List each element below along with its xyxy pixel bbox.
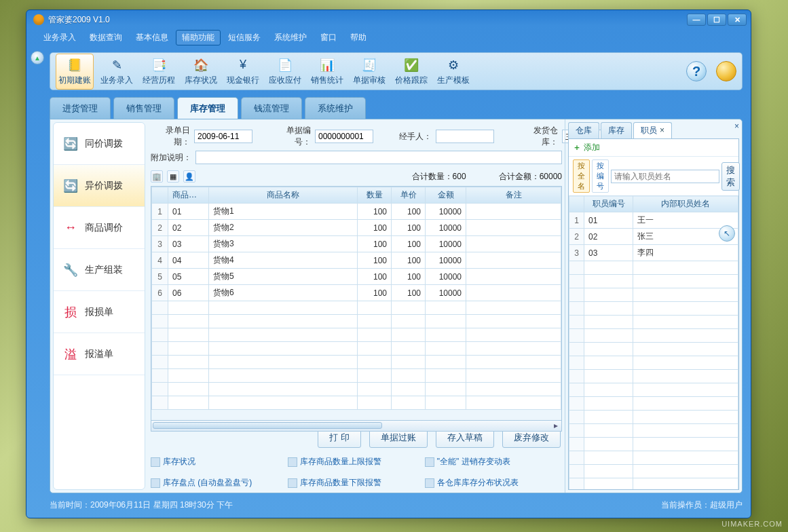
tool-2[interactable]: 📑经营历程 (140, 54, 178, 89)
menu-3[interactable]: 辅助功能 (176, 30, 221, 45)
tool-7[interactable]: 🧾单据审核 (350, 54, 388, 89)
quick-link-1[interactable]: 库存商品数量上限报警 (288, 456, 415, 468)
employee-row[interactable] (569, 370, 738, 383)
tool-6[interactable]: 📊销售统计 (308, 54, 346, 89)
by-code-pill[interactable]: 按编号 (592, 159, 609, 193)
sidebar-item-3[interactable]: 🔧生产组装 (54, 249, 145, 291)
employee-row[interactable] (569, 438, 738, 451)
menu-7[interactable]: 帮助 (344, 30, 373, 45)
tool-9[interactable]: ⚙生产模板 (434, 54, 472, 89)
employee-row[interactable] (569, 343, 738, 356)
quick-link-4[interactable]: 库存商品数量下限报警 (288, 477, 415, 489)
table-row[interactable] (152, 383, 561, 396)
quick-link-0[interactable]: 库存状况 (151, 456, 278, 468)
employee-row[interactable] (569, 288, 738, 302)
employee-search-input[interactable] (611, 170, 719, 183)
menu-2[interactable]: 基本信息 (130, 30, 174, 45)
billno-input[interactable] (315, 130, 373, 143)
employee-row[interactable] (569, 451, 738, 465)
mini-icon-3[interactable]: 👤 (183, 170, 195, 183)
right-tab-2[interactable]: 职员× (633, 122, 672, 138)
table-row[interactable]: 606货物610010010000 (152, 285, 561, 301)
employee-row[interactable] (569, 478, 738, 490)
sidebar-item-4[interactable]: 损报损单 (54, 291, 145, 333)
module-tab-4[interactable]: 系统维护 (305, 97, 366, 119)
mini-icon-2[interactable]: ▦ (167, 170, 179, 183)
menu-1[interactable]: 数据查询 (83, 30, 128, 45)
menu-5[interactable]: 系统维护 (268, 30, 313, 45)
tool-3[interactable]: 🏠库存状况 (182, 54, 220, 89)
menu-6[interactable]: 窗口 (314, 30, 343, 45)
scroll-right-icon[interactable]: ▸ (550, 421, 561, 430)
gold-orb-icon[interactable] (716, 61, 736, 81)
module-tab-2[interactable]: 库存管理 (177, 97, 238, 119)
employee-row[interactable] (569, 424, 738, 438)
employee-row[interactable]: 202张三 (569, 229, 738, 245)
date-input[interactable] (194, 130, 252, 143)
employee-grid-scroll[interactable]: 职员编号内部职员姓名101王一202张三303李四 (569, 195, 738, 489)
mini-icon-1[interactable]: 🏢 (151, 170, 163, 183)
employee-row[interactable] (569, 329, 738, 343)
employee-row[interactable] (569, 383, 738, 397)
search-button[interactable]: 搜索 (721, 162, 740, 191)
remark-input[interactable] (195, 151, 562, 164)
minimize-button[interactable]: — (687, 14, 706, 26)
tab-close-icon[interactable]: × (660, 126, 664, 135)
employee-row[interactable] (569, 397, 738, 411)
module-tab-3[interactable]: 钱流管理 (241, 97, 302, 119)
sidebar-icon-3: 🔧 (63, 263, 78, 278)
by-name-pill[interactable]: 按全名 (573, 159, 590, 193)
employee-row[interactable] (569, 261, 738, 275)
tool-5[interactable]: 📄应收应付 (266, 54, 304, 89)
tool-0[interactable]: 📒初期建账 (56, 54, 94, 90)
tool-8[interactable]: ✅价格跟踪 (392, 54, 430, 89)
horizontal-scrollbar[interactable]: ◂ ▸ (151, 421, 562, 432)
maximize-button[interactable]: ☐ (707, 14, 726, 26)
employee-row[interactable] (569, 302, 738, 316)
employee-row[interactable] (569, 465, 738, 478)
sidebar-item-2[interactable]: ↔商品调价 (54, 207, 145, 249)
right-tab-0[interactable]: 仓库 (568, 122, 599, 138)
employee-row[interactable] (569, 316, 738, 329)
table-row[interactable] (152, 315, 561, 328)
sidebar-item-5[interactable]: 溢报溢单 (54, 333, 145, 375)
table-row[interactable] (152, 369, 561, 383)
close-button[interactable]: ✕ (728, 14, 747, 26)
table-row[interactable]: 303货物310010010000 (152, 236, 561, 252)
table-row[interactable] (152, 301, 561, 315)
quick-link-5[interactable]: 各仓库库存分布状况表 (425, 477, 552, 489)
menu-0[interactable]: 业务录入 (37, 30, 82, 45)
employee-row[interactable]: 303李四 (569, 245, 738, 261)
collapse-toolbar-button[interactable]: ▲ (31, 51, 44, 64)
main-grid-scroll[interactable]: 商品编号商品名称数量单价金额备注101货物110010010000202货物21… (151, 186, 562, 421)
employee-row[interactable] (569, 275, 738, 288)
menu-4[interactable]: 短信服务 (222, 30, 267, 45)
employee-row[interactable]: 101王一 (569, 212, 738, 229)
table-row[interactable]: 101货物110010010000 (152, 204, 561, 220)
add-button[interactable]: ＋ 添加 (569, 139, 738, 157)
table-row[interactable]: 404货物410010010000 (152, 252, 561, 269)
module-tab-0[interactable]: 进货管理 (50, 97, 111, 119)
link-icon (425, 478, 434, 488)
table-row[interactable] (152, 328, 561, 342)
table-row[interactable] (152, 356, 561, 369)
table-row[interactable] (152, 342, 561, 356)
quick-link-2[interactable]: "全能" 进销存变动表 (425, 456, 552, 468)
right-panel-close-icon[interactable]: × (734, 121, 739, 131)
handler-input[interactable] (436, 130, 494, 143)
module-tab-1[interactable]: 销售管理 (113, 97, 174, 119)
tool-4[interactable]: ¥现金银行 (224, 54, 262, 89)
right-tab-1[interactable]: 库存 (601, 122, 632, 138)
table-row[interactable]: 505货物510010010000 (152, 269, 561, 285)
employee-row[interactable] (569, 356, 738, 370)
table-row[interactable] (152, 396, 561, 410)
application-window: 管家婆2009 V1.0 — ☐ ✕ 业务录入数据查询基本信息辅助功能短信服务系… (26, 10, 751, 518)
scroll-thumb[interactable] (153, 422, 382, 429)
employee-row[interactable] (569, 411, 738, 424)
sidebar-item-1[interactable]: 🔄异价调拨 (54, 165, 145, 207)
table-row[interactable]: 202货物210010010000 (152, 220, 561, 236)
sidebar-item-0[interactable]: 🔄同价调拨 (54, 123, 145, 165)
quick-link-3[interactable]: 库存盘点 (自动盘盈盘亏) (151, 477, 278, 489)
help-icon[interactable]: ? (686, 61, 707, 81)
tool-1[interactable]: ✎业务录入 (98, 54, 136, 89)
